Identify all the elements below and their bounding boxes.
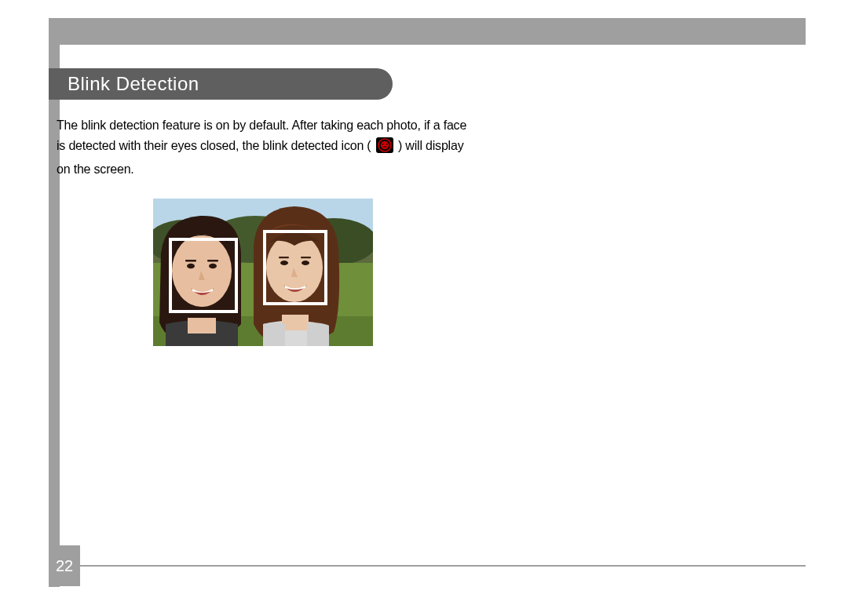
svg-point-14 [209, 264, 217, 268]
svg-point-2 [381, 141, 389, 149]
svg-rect-22 [301, 257, 311, 258]
blink-detected-icon [376, 137, 393, 159]
svg-point-13 [187, 264, 195, 268]
svg-rect-16 [207, 260, 218, 261]
svg-point-12 [172, 235, 232, 307]
page-number: 22 [49, 545, 80, 586]
svg-rect-15 [185, 260, 196, 261]
svg-rect-23 [282, 315, 309, 330]
body-paragraph: The blink detection feature is on by def… [57, 115, 473, 180]
svg-rect-4 [386, 144, 387, 144]
section-heading: Blink Detection [49, 68, 393, 100]
svg-point-20 [302, 261, 309, 265]
svg-rect-17 [188, 318, 216, 334]
svg-rect-3 [382, 144, 383, 144]
section-heading-text: Blink Detection [68, 73, 199, 94]
footer-rule [80, 565, 806, 567]
example-photo [153, 199, 373, 346]
svg-point-19 [280, 261, 288, 265]
sidebar-strip [49, 18, 60, 587]
top-bar [49, 18, 806, 45]
svg-rect-21 [279, 257, 289, 258]
manual-page: Blink Detection The blink detection feat… [0, 0, 848, 616]
page-number-text: 22 [56, 557, 73, 575]
